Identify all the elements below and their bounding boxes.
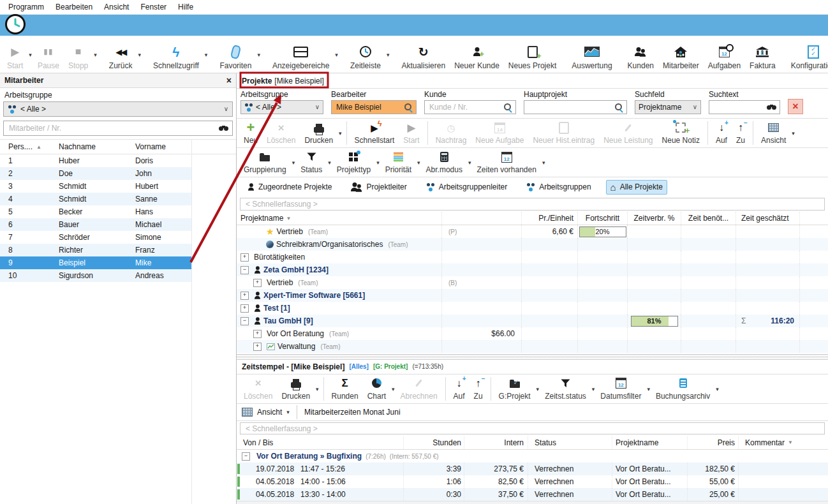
favoriten-button[interactable]: Favoriten	[215, 36, 256, 72]
kunde-filter-input[interactable]	[428, 102, 501, 112]
tree-row[interactable]: +Vertrieb(Team)(B)	[237, 276, 828, 289]
auf-button[interactable]: ↓+Auf	[711, 119, 732, 147]
konfiguration-button[interactable]: ✓✓Konfiguration	[787, 36, 828, 72]
expand-icon[interactable]: +	[253, 343, 262, 351]
auf-button[interactable]: ↓+Auf	[449, 375, 469, 403]
column-header-fortschritt[interactable]: Fortschritt	[578, 212, 628, 225]
drucken-button[interactable]: Drucken	[277, 375, 314, 403]
aufgaben-button[interactable]: 12Aufgaben	[704, 36, 745, 72]
binoculars-icon[interactable]	[767, 105, 776, 110]
tab-arbeitsgruppenleiter[interactable]: Arbeitsgruppenleiter	[422, 180, 512, 194]
zeitstempel-quick-entry-input[interactable]	[244, 424, 820, 434]
menu-item-ansicht[interactable]: Ansicht	[98, 1, 135, 13]
zeiten-vorhanden-button[interactable]: 12Zeiten vorhanden	[472, 149, 540, 176]
column-header-intern[interactable]: Intern	[464, 436, 528, 449]
tree-row[interactable]: −Tau GmbH [9]81%Σ116:20	[237, 315, 828, 327]
column-header-projektname[interactable]: Projektname	[612, 436, 688, 449]
tab-zugeordnete-projekte[interactable]: Zugeordnete Projekte	[243, 180, 336, 194]
projekte-quick-entry-input[interactable]	[244, 199, 820, 209]
menu-item-hilfe[interactable]: Hilfe	[172, 1, 199, 13]
collapse-icon[interactable]: −	[240, 266, 249, 274]
tree-row[interactable]: +Verwaltung(Team)	[237, 340, 828, 353]
tree-row[interactable]: ★Vertrieb(Team)(P)6,60 €20%	[237, 225, 828, 238]
tree-row[interactable]: −Zeta GmbH [1234]	[237, 263, 828, 276]
schnellstart-button[interactable]: ▶ϟSchnellstart	[350, 119, 399, 147]
neu-button[interactable]: +Neu	[239, 119, 262, 147]
timestamp-row[interactable]: 04.05.201814:00 - 15:061:0682,50 €Verrec…	[237, 475, 828, 488]
suchtext-input[interactable]	[713, 102, 764, 112]
close-icon[interactable]: ×	[226, 76, 232, 85]
clear-filter-button[interactable]: ×	[788, 99, 803, 114]
column-header-projektname[interactable]: Projektname▼	[237, 212, 442, 225]
column-header-pers[interactable]: Pers....▲	[0, 142, 54, 151]
table-row[interactable]: 9BeispielMike	[0, 256, 191, 269]
column-header-status[interactable]: Status	[528, 436, 612, 449]
zuruck-button[interactable]: ◀◀Zurück	[105, 36, 137, 72]
search-icon[interactable]	[615, 103, 623, 112]
collapse-icon[interactable]: −	[240, 317, 249, 325]
column-header-zeit-geschaetzt[interactable]: Zeit geschätzt	[736, 212, 800, 225]
gruppierung-button[interactable]: Gruppierung	[239, 149, 291, 176]
binoculars-icon[interactable]	[219, 126, 228, 131]
table-row[interactable]: 10SigurdsonAndreas	[0, 269, 191, 282]
drucken-button[interactable]: Drucken	[300, 119, 337, 147]
column-header-nachname[interactable]: Nachname	[54, 142, 130, 151]
buchungsarchiv-button[interactable]: Buchungsarchiv	[651, 375, 714, 403]
prioritat-button[interactable]: Priorität	[381, 149, 416, 176]
tree-row[interactable]: +Xpert-Timer Software [5661]	[237, 289, 828, 302]
table-row[interactable]: 5BeckerHans	[0, 205, 191, 218]
g-projekt-button[interactable]: ✓G:Projekt	[494, 375, 535, 403]
mitarbeiter-search-input[interactable]	[8, 123, 216, 133]
schnellzugriff-button[interactable]: ϟSchnellzugriff	[149, 36, 203, 72]
abr-modus-button[interactable]: Abr.modus	[422, 149, 467, 176]
tab-projektleiter[interactable]: Projektleiter	[346, 180, 411, 194]
column-header-vorname[interactable]: Vorname	[130, 142, 191, 151]
table-row[interactable]: 4SchmidtSanne	[0, 193, 191, 205]
arbeitsgruppe-select[interactable]: < Alle > ∨	[3, 101, 233, 117]
column-header-stunden[interactable]: Stunden	[404, 436, 464, 449]
arbeitsgruppe-filter-select[interactable]: < Alle > ∨	[240, 100, 323, 114]
kunden-button[interactable]: Kunden	[623, 36, 658, 72]
table-row[interactable]: 1HuberDoris	[0, 154, 191, 167]
neuer-kunde-button[interactable]: +Neuer Kunde	[450, 36, 504, 72]
column-header-zeit-benoet[interactable]: Zeit benöt...	[681, 212, 736, 225]
tree-row[interactable]: +Test [1]	[237, 302, 828, 315]
neues-projekt-button[interactable]: +Neues Projekt	[504, 36, 561, 72]
panel-splitter[interactable]	[237, 355, 828, 360]
mitarbeiter-button[interactable]: Mitarbeiter	[658, 36, 704, 72]
search-icon[interactable]	[404, 103, 413, 112]
chart-button[interactable]: Chart	[363, 375, 390, 403]
projekttyp-button[interactable]: Projekttyp	[332, 149, 375, 176]
column-header-zeitverbr[interactable]: Zeitverbr. %	[628, 212, 681, 225]
anzeigebereiche-button[interactable]: Anzeigebereiche	[268, 36, 334, 72]
ansicht-button[interactable]: Ansicht	[757, 119, 790, 147]
table-row[interactable]: 8RichterFranz	[0, 244, 191, 256]
expand-icon[interactable]: +	[253, 279, 262, 287]
timestamp-row[interactable]: 04.05.201813:30 - 14:000:3037,50 €Verrec…	[237, 488, 828, 501]
column-header-kommentar[interactable]: Kommentar▼	[739, 436, 828, 449]
menu-item-bearbeiten[interactable]: Bearbeiten	[50, 1, 98, 13]
neue-notiz-button[interactable]: +Neue Notiz	[658, 119, 704, 147]
expand-icon[interactable]: +	[240, 304, 249, 313]
zu-button[interactable]: ↑−Zu	[732, 119, 750, 147]
column-header-von-bis[interactable]: Von / Bis	[237, 436, 404, 449]
tree-row[interactable]: Schreibkram/Organisatorisches(Team)	[237, 238, 828, 251]
table-row[interactable]: 2DoeJohn	[0, 167, 191, 180]
table-row[interactable]: 6BauerMichael	[0, 218, 191, 231]
dropdown-arrow-icon[interactable]: ▾	[286, 410, 290, 415]
ansicht-label[interactable]: Ansicht	[257, 408, 282, 417]
expand-icon[interactable]: +	[240, 292, 249, 300]
column-header-pr-einheit[interactable]: Pr./Einheit	[522, 212, 578, 225]
runden-button[interactable]: ΣRunden	[327, 375, 363, 403]
tab-alle-projekte[interactable]: ⌂Alle Projekte	[606, 180, 667, 195]
timestamp-row[interactable]: 19.07.201811:47 - 15:263:39273,75 €Verre…	[237, 463, 828, 475]
menu-item-programm[interactable]: Programm	[3, 1, 50, 13]
table-row[interactable]: 7SchröderSimone	[0, 231, 191, 244]
expand-icon[interactable]: +	[240, 253, 249, 262]
zeitleiste-button[interactable]: Zeitleiste	[346, 36, 385, 72]
search-icon[interactable]	[504, 103, 512, 112]
tab-arbeitsgruppen[interactable]: Arbeitsgruppen	[522, 180, 595, 194]
suchfeld-select[interactable]: Projektname ∨	[635, 100, 701, 114]
bearbeiter-filter-input[interactable]	[335, 102, 402, 112]
group-row[interactable]: −Vor Ort Beratung » Bugfixing(7:26h)(Int…	[237, 450, 828, 463]
